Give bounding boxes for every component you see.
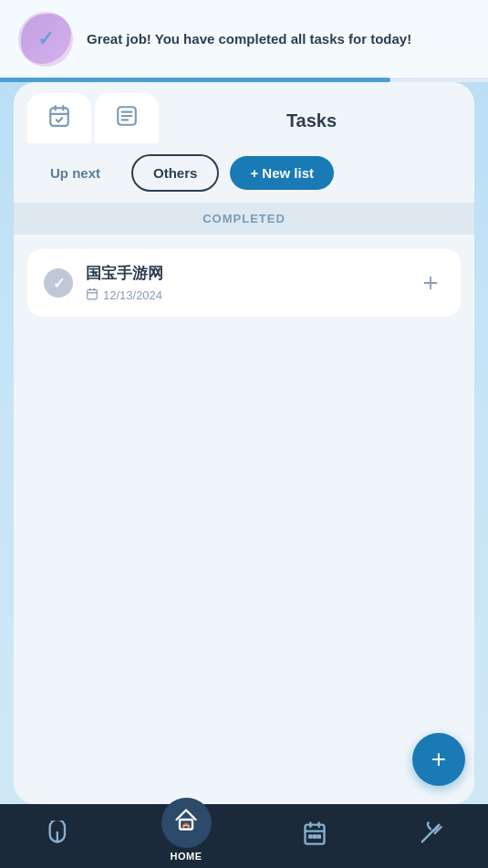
svg-rect-19 [309, 835, 311, 837]
progress-bar-fill [0, 78, 390, 82]
nav-item-leaf[interactable] [46, 821, 71, 852]
filter-row: Up next Others + New list [14, 143, 474, 203]
nav-item-home[interactable]: HOME [161, 811, 212, 862]
nav-item-carrot[interactable] [418, 821, 443, 852]
task-date: 12/13/2024 [103, 288, 162, 302]
calendar-small-icon [86, 288, 99, 303]
tasks-title: Tasks [162, 97, 461, 141]
table-row: ✓ 国宝手游网 12/13/2024 [27, 249, 461, 317]
calendar-nav-icon [302, 821, 327, 852]
top-banner: ✓ Great job! You have completed all task… [0, 0, 488, 78]
banner-text: Great job! You have completed all tasks … [87, 29, 411, 48]
completed-section-header: COMPLETED [14, 203, 474, 235]
leaf-icon [46, 821, 71, 852]
svg-rect-21 [317, 835, 319, 837]
up-next-button[interactable]: Up next [30, 156, 120, 190]
plus-icon: + [431, 747, 446, 772]
svg-rect-8 [88, 289, 98, 299]
svg-rect-0 [50, 108, 68, 125]
main-card: Tasks Up next Others + New list COMPLETE… [14, 82, 474, 804]
add-task-fab[interactable]: + [412, 733, 465, 786]
progress-bar [0, 78, 488, 82]
others-button[interactable]: Others [131, 154, 219, 192]
banner-checkmark-icon: ✓ [37, 27, 54, 51]
new-list-button[interactable]: + New list [230, 156, 334, 190]
tab-list[interactable] [95, 93, 159, 143]
list-icon [115, 104, 139, 133]
carrot-icon [418, 821, 443, 852]
task-date-row: 12/13/2024 [86, 288, 404, 303]
checkmark-icon: ✓ [53, 275, 65, 292]
home-icon [173, 807, 199, 839]
task-check-icon[interactable]: ✓ [44, 268, 73, 298]
task-add-button[interactable] [417, 269, 444, 297]
calendar-icon [47, 104, 71, 133]
tab-calendar[interactable] [27, 93, 91, 143]
svg-rect-20 [313, 835, 315, 837]
task-list: ✓ 国宝手游网 12/13/2024 [14, 242, 474, 324]
home-label: HOME [171, 851, 202, 862]
home-button[interactable] [161, 798, 212, 848]
nav-item-calendar[interactable] [302, 821, 327, 852]
main-content: COMPLETED ✓ 国宝手游网 [14, 203, 474, 804]
banner-icon: ✓ [18, 12, 73, 67]
tab-bar: Tasks [14, 82, 474, 143]
bottom-nav: HOME [0, 804, 488, 868]
task-title: 国宝手游网 [86, 263, 404, 284]
task-content: 国宝手游网 12/13/2024 [86, 263, 404, 303]
